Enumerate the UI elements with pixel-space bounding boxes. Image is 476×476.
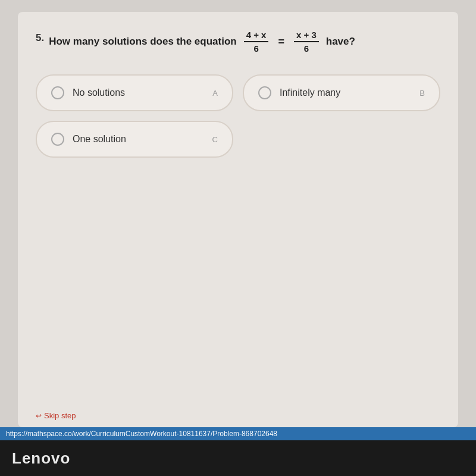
option-a-button[interactable]: No solutions A — [36, 74, 233, 111]
fraction2-denominator: 6 — [302, 42, 311, 54]
option-b-letter: B — [419, 89, 425, 98]
question-header: 5. How many solutions does the equation … — [36, 30, 440, 54]
option-c-button[interactable]: One solution C — [36, 121, 233, 158]
options-grid: No solutions A Infinitely many B One sol… — [36, 74, 440, 158]
question-text-after: have? — [326, 36, 355, 48]
equals-sign: = — [278, 36, 284, 48]
url-bar: https://mathspace.co/work/CurriculumCust… — [0, 427, 476, 440]
screen: 5. How many solutions does the equation … — [0, 0, 476, 427]
skip-icon: ↩ — [36, 412, 42, 420]
question-body: How many solutions does the equation 4 +… — [49, 30, 355, 54]
fraction1-numerator: 4 + x — [244, 30, 269, 42]
fraction1: 4 + x 6 — [244, 30, 269, 54]
option-c-label: One solution — [73, 134, 126, 145]
question-text-before: How many solutions does the equation — [49, 36, 236, 48]
skip-step-button[interactable]: ↩ Skip step — [36, 411, 76, 420]
option-b-button[interactable]: Infinitely many B — [243, 74, 440, 111]
option-a-radio[interactable] — [51, 86, 64, 99]
option-b-radio[interactable] — [258, 86, 271, 99]
option-c-letter: C — [212, 135, 218, 144]
taskbar: Lenovo — [0, 440, 476, 476]
content-area: 5. How many solutions does the equation … — [18, 12, 458, 427]
lenovo-logo: Lenovo — [12, 449, 70, 468]
fraction2: x + 3 6 — [294, 30, 319, 54]
url-text: https://mathspace.co/work/CurriculumCust… — [6, 430, 277, 438]
fraction1-denominator: 6 — [251, 42, 261, 54]
fraction2-numerator: x + 3 — [294, 30, 319, 42]
question-number: 5. — [36, 30, 44, 44]
option-b-label: Infinitely many — [280, 87, 340, 98]
option-a-label: No solutions — [73, 87, 125, 98]
skip-step-label: Skip step — [44, 411, 76, 420]
option-a-letter: A — [212, 89, 218, 98]
option-c-radio[interactable] — [51, 133, 64, 146]
